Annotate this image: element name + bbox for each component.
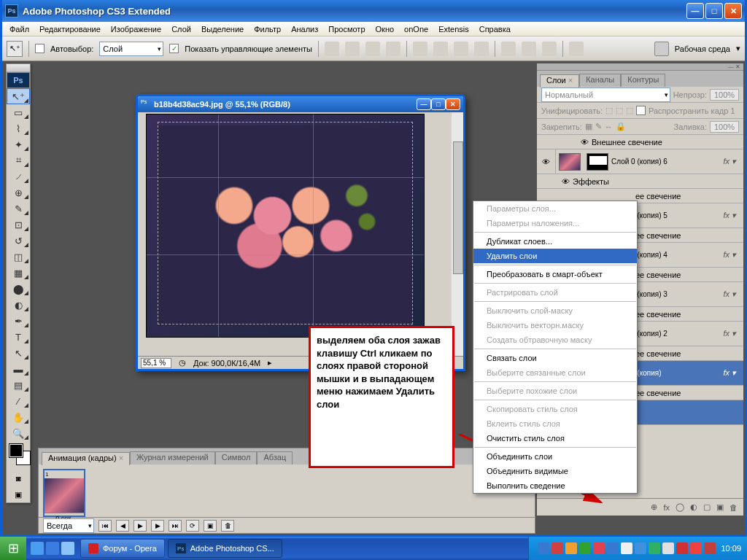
distribute-icon[interactable] <box>501 42 516 56</box>
new-layer-icon[interactable]: ▣ <box>716 502 724 512</box>
taskbar-task[interactable]: PsAdobe Photoshop CS... <box>168 539 282 558</box>
show-controls-checkbox[interactable] <box>169 44 179 53</box>
menu-файл[interactable]: Файл <box>5 23 34 35</box>
menu-окно[interactable]: Окно <box>371 23 399 35</box>
history-brush-tool[interactable]: ↺ <box>7 233 30 249</box>
menu-анализ[interactable]: Анализ <box>287 23 322 35</box>
layer-thumbnail[interactable] <box>559 153 581 171</box>
panel-tab[interactable]: Слои× <box>540 74 579 88</box>
autoselect-mode-dropdown[interactable]: Слой <box>99 42 163 56</box>
delete-frame-button[interactable]: 🗑 <box>221 520 234 532</box>
path-select-tool[interactable]: ↖ <box>7 345 30 361</box>
loop-dropdown[interactable]: Всегда <box>43 518 94 533</box>
tray-icon[interactable] <box>621 542 632 554</box>
blur-tool[interactable]: ⬤ <box>7 281 30 297</box>
align-icon[interactable] <box>325 42 339 56</box>
first-frame-button[interactable]: ⏮ <box>98 520 112 532</box>
mask-icon[interactable]: ◯ <box>676 502 684 512</box>
lasso-tool[interactable]: ⌇ <box>7 120 30 136</box>
link-icon[interactable]: ⊕ <box>651 502 657 512</box>
fill-value[interactable]: 100% <box>710 121 739 133</box>
unify-icon[interactable]: ⬚ <box>605 106 613 115</box>
minimize-button[interactable]: — <box>686 3 704 19</box>
align-icon[interactable] <box>433 42 448 56</box>
close-button[interactable]: ✕ <box>724 3 742 19</box>
fx-indicator[interactable]: fx ▾ <box>723 368 736 378</box>
transform-box[interactable] <box>158 122 413 324</box>
anim-tab[interactable]: Анимация (кадры)× <box>42 452 130 465</box>
menu-изображение[interactable]: Изображение <box>107 23 166 35</box>
context-menu-item[interactable]: Преобразовать в смарт-объект <box>473 267 637 281</box>
move-tool-icon[interactable]: ↖⁺ <box>7 41 23 57</box>
lock-icon[interactable]: 🔒 <box>616 122 626 131</box>
menu-onone[interactable]: onOne <box>400 23 433 35</box>
gradient-tool[interactable]: ▦ <box>7 265 30 281</box>
eyedropper-tool[interactable]: ⁄ <box>7 393 30 409</box>
color-swatches[interactable] <box>7 441 30 470</box>
distribute-icon[interactable] <box>542 42 557 56</box>
distribute-icon[interactable] <box>522 42 536 56</box>
eraser-tool[interactable]: ◫ <box>7 249 30 265</box>
zoom-tool[interactable]: 🔍 <box>7 425 30 441</box>
start-button[interactable]: ⊞ <box>0 537 26 560</box>
tray-icon[interactable] <box>649 542 660 554</box>
blend-mode-dropdown[interactable]: Нормальный <box>541 88 670 102</box>
wand-tool[interactable]: ✦ <box>7 136 30 152</box>
quicklaunch-icon[interactable] <box>61 542 74 555</box>
workspace-label[interactable]: Рабочая среда <box>675 44 730 53</box>
anim-tab[interactable]: Абзац <box>257 451 293 464</box>
slice-tool[interactable]: ⟋ <box>7 168 30 184</box>
marquee-tool[interactable]: ▭ <box>7 104 30 120</box>
tray-icon[interactable] <box>635 542 646 554</box>
fx-indicator[interactable]: fx ▾ <box>723 329 736 338</box>
propagate-checkbox[interactable] <box>636 106 646 115</box>
workspace-arrow-icon[interactable]: ▾ <box>736 44 740 53</box>
context-menu-item[interactable]: Дубликат слоев... <box>473 234 637 249</box>
tray-icon[interactable] <box>690 542 702 554</box>
notes-tool[interactable]: ▤ <box>7 377 30 393</box>
align-icon[interactable] <box>345 42 360 56</box>
fx-icon[interactable]: fx <box>663 503 670 512</box>
anim-tab[interactable]: Журнал измерений <box>130 451 215 464</box>
prev-frame-button[interactable]: ◀ <box>116 520 129 532</box>
lock-icon[interactable]: ✎ <box>595 122 602 131</box>
opacity-value[interactable]: 100% <box>710 89 739 101</box>
unify-icon[interactable]: ⬚ <box>616 106 623 115</box>
animation-frame[interactable]: 1 0 сек. <box>43 469 85 517</box>
next-frame-button[interactable]: ▶ <box>151 520 164 532</box>
layer-name[interactable]: Слой 0 (копия) 6 <box>611 158 723 166</box>
fx-indicator[interactable]: fx ▾ <box>723 289 736 299</box>
context-menu-item[interactable]: Очистить стиль слоя <box>473 431 637 446</box>
context-menu-item[interactable]: Выполнить сведение <box>473 478 637 493</box>
crop-tool[interactable]: ⌗ <box>7 152 30 168</box>
zoom-input[interactable] <box>141 358 171 368</box>
align-icon[interactable] <box>365 42 380 56</box>
tween-button[interactable]: ⟳ <box>186 520 199 532</box>
panel-tab[interactable]: Каналы <box>579 74 621 87</box>
brush-tool[interactable]: ✎ <box>7 201 30 217</box>
tray-icon[interactable] <box>676 542 688 554</box>
arrange-icon[interactable] <box>569 42 584 56</box>
quicklaunch-icon[interactable] <box>46 542 59 555</box>
document-titlebar[interactable]: Ps b18b4d38ac94.jpg @ 55,1% (RGB/8) — □ … <box>138 96 463 112</box>
autoselect-checkbox[interactable] <box>35 44 44 53</box>
layer-row[interactable]: 👁Слой 0 (копия) 6fx ▾ <box>537 149 743 174</box>
menu-extensis[interactable]: Extensis <box>434 23 473 35</box>
context-menu-item[interactable]: Связать слои <box>473 351 637 365</box>
context-menu-item[interactable]: Объединить видимые <box>473 464 637 478</box>
tray-icon[interactable] <box>593 542 605 554</box>
eye-icon[interactable]: 👁 <box>581 138 589 147</box>
unify-icon[interactable]: ⬚ <box>626 106 633 115</box>
menu-слой[interactable]: Слой <box>167 23 196 35</box>
folder-icon[interactable]: ▢ <box>703 502 711 512</box>
doc-min-button[interactable]: — <box>417 98 431 110</box>
context-menu-item[interactable]: Удалить слои <box>473 249 637 263</box>
tray-icon[interactable] <box>704 542 716 554</box>
menu-выделение[interactable]: Выделение <box>197 23 248 35</box>
trash-icon[interactable]: 🗑 <box>729 503 738 512</box>
vertical-scrollbar[interactable] <box>452 112 463 360</box>
healing-tool[interactable]: ⊕ <box>7 184 30 201</box>
menu-редактирование[interactable]: Редактирование <box>35 23 105 35</box>
play-button[interactable]: ▶ <box>133 520 147 532</box>
adjust-icon[interactable]: ◐ <box>690 502 697 512</box>
